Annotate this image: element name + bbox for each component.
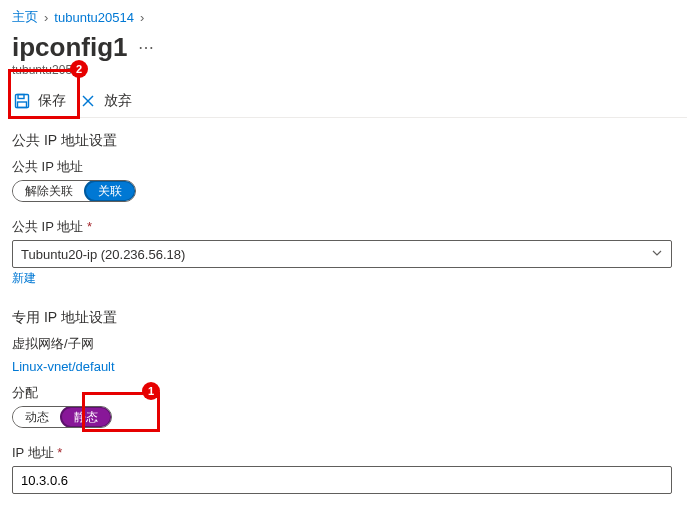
required-star: * [57, 445, 62, 460]
ip-address-label: IP 地址 * [12, 444, 687, 462]
chevron-right-icon: › [44, 10, 48, 25]
page-title: ipconfig1 [12, 32, 128, 63]
pill-associate[interactable]: 关联 [84, 180, 136, 202]
public-ip-selected-value: Tubuntu20-ip (20.236.56.18) [21, 247, 185, 262]
new-public-ip-link[interactable]: 新建 [12, 270, 36, 287]
more-icon[interactable]: ⋯ [138, 38, 154, 57]
public-ip-select-label: 公共 IP 地址 * [12, 218, 687, 236]
breadcrumb-parent[interactable]: tubuntu20514 [54, 10, 134, 25]
pill-disassociate[interactable]: 解除关联 [13, 181, 85, 201]
discard-label: 放弃 [104, 92, 132, 110]
ip-address-input[interactable] [12, 466, 672, 494]
public-ip-association-toggle[interactable]: 解除关联 关联 [12, 180, 136, 202]
breadcrumb: 主页 › tubuntu20514 › [12, 8, 687, 26]
chevron-down-icon [651, 247, 663, 262]
breadcrumb-home[interactable]: 主页 [12, 8, 38, 26]
public-ip-select[interactable]: Tubuntu20-ip (20.236.56.18) [12, 240, 672, 268]
pill-dynamic[interactable]: 动态 [13, 407, 61, 427]
page-subtitle: tubuntu20514 [12, 63, 687, 77]
public-ip-toggle-label: 公共 IP 地址 [12, 158, 687, 176]
vnet-link[interactable]: Linux-vnet/default [12, 359, 115, 374]
callout-number-1: 1 [142, 382, 160, 400]
private-ip-section-title: 专用 IP 地址设置 [12, 309, 687, 327]
close-icon [78, 91, 98, 111]
callout-number-2: 2 [70, 60, 88, 78]
command-bar: 2 保存 放弃 [12, 85, 687, 118]
public-ip-section-title: 公共 IP 地址设置 [12, 132, 687, 150]
title-row: ipconfig1 ⋯ [12, 32, 687, 63]
required-star: * [87, 219, 92, 234]
chevron-right-icon: › [140, 10, 144, 25]
vnet-label: 虚拟网络/子网 [12, 335, 687, 353]
callout-box-save [8, 69, 80, 119]
discard-button[interactable]: 放弃 [78, 91, 132, 111]
